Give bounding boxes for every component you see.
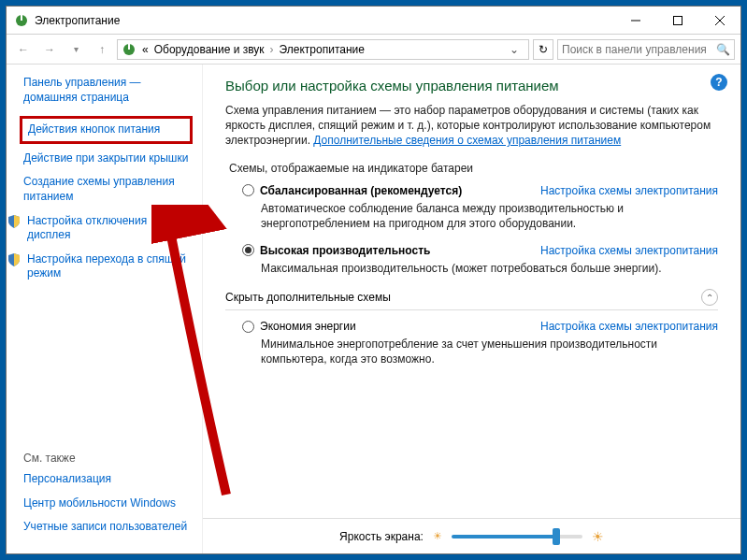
- plan-high-performance: Высокая производительность Настройка схе…: [242, 244, 718, 276]
- slider-thumb[interactable]: [553, 528, 560, 545]
- svg-rect-3: [673, 16, 682, 24]
- svg-rect-1: [21, 15, 22, 21]
- navigation-bar: ← → ▾ ↑ « Оборудование и звук › Электроп…: [7, 35, 740, 65]
- sidebar-display-off-link[interactable]: Настройка отключения дисплея: [7, 214, 193, 243]
- power-options-icon: [122, 42, 136, 57]
- see-also-user-accounts[interactable]: Учетные записи пользователей: [23, 520, 193, 535]
- plan-balanced-settings-link[interactable]: Настройка схемы электропитания: [540, 184, 718, 197]
- sidebar-item-label: Настройка перехода в спящий режим: [27, 252, 193, 281]
- breadcrumb-prefix[interactable]: «: [142, 43, 149, 56]
- sidebar-create-plan-link[interactable]: Создание схемы управления питанием: [23, 175, 193, 204]
- hide-additional-plans-row: Скрыть дополнительные схемы ⌃: [225, 289, 718, 310]
- see-also-heading: См. также: [23, 452, 193, 465]
- plan-power-saver-settings-link[interactable]: Настройка схемы электропитания: [540, 320, 718, 333]
- brightness-slider[interactable]: [452, 535, 582, 538]
- page-description: Схема управления питанием — это набор па…: [225, 103, 718, 149]
- plan-balanced: Сбалансированная (рекомендуется) Настрой…: [242, 184, 718, 231]
- sun-dim-icon: ☀: [433, 530, 442, 542]
- breadcrumb-hardware[interactable]: Оборудование и звук: [154, 43, 265, 56]
- nav-back-button[interactable]: ←: [12, 38, 35, 61]
- shield-icon: [7, 252, 22, 267]
- svg-rect-7: [128, 44, 130, 50]
- hide-additional-plans-label: Скрыть дополнительные схемы: [225, 291, 391, 304]
- sidebar: Панель управления — домашняя страница Де…: [7, 65, 203, 553]
- main-panel: ? Выбор или настройка схемы управления п…: [203, 65, 740, 553]
- plan-balanced-desc: Автоматическое соблюдение баланса между …: [261, 201, 718, 231]
- brightness-bar: Яркость экрана: ☀ ☀: [203, 518, 740, 553]
- nav-up-button[interactable]: ↑: [91, 38, 113, 61]
- refresh-button[interactable]: ↻: [533, 39, 553, 60]
- close-button[interactable]: [698, 7, 740, 34]
- plan-balanced-name: Сбалансированная (рекомендуется): [260, 184, 462, 197]
- see-also-mobility-center[interactable]: Центр мобильности Windows: [23, 496, 193, 511]
- plan-power-saver-desc: Минимальное энергопотребление за счет ум…: [261, 337, 718, 366]
- sidebar-item-label: Настройка отключения дисплея: [27, 214, 193, 243]
- shield-icon: [7, 214, 22, 229]
- see-also-personalization[interactable]: Персонализация: [23, 472, 193, 487]
- chevron-right-icon: ›: [270, 43, 274, 56]
- breadcrumb-power[interactable]: Электропитание: [280, 43, 365, 56]
- window-title: Электропитание: [35, 14, 614, 27]
- sidebar-power-buttons-link[interactable]: Действия кнопок питания: [20, 116, 193, 144]
- search-input[interactable]: [562, 43, 716, 56]
- plan-power-saver-radio[interactable]: [242, 321, 254, 333]
- nav-recent-button[interactable]: ▾: [65, 38, 87, 61]
- breadcrumb[interactable]: « Оборудование и звук › Электропитание ⌄: [117, 39, 529, 60]
- help-icon[interactable]: ?: [711, 74, 727, 91]
- minimize-button[interactable]: [614, 7, 656, 34]
- sun-bright-icon: ☀: [592, 529, 604, 544]
- maximize-button[interactable]: [656, 7, 698, 34]
- plan-high-performance-name: Высокая производительность: [260, 244, 430, 257]
- page-title: Выбор или настройка схемы управления пит…: [225, 78, 718, 93]
- nav-forward-button[interactable]: →: [38, 38, 61, 61]
- learn-more-link[interactable]: Дополнительные сведения о схемах управле…: [313, 134, 621, 147]
- brightness-label: Яркость экрана:: [339, 530, 424, 543]
- titlebar: Электропитание: [7, 7, 740, 35]
- control-panel-window: Электропитание ← → ▾ ↑ « Оборудование и …: [6, 6, 741, 554]
- search-box[interactable]: 🔍: [557, 39, 735, 60]
- plan-power-saver-name: Экономия энергии: [260, 320, 356, 333]
- plan-power-saver: Экономия энергии Настройка схемы электро…: [242, 320, 718, 366]
- collapse-button[interactable]: ⌃: [701, 289, 718, 306]
- plan-high-performance-radio[interactable]: [242, 244, 254, 256]
- plan-high-performance-desc: Максимальная производительность (может п…: [261, 261, 718, 276]
- sidebar-lid-close-link[interactable]: Действие при закрытии крышки: [23, 151, 193, 166]
- plan-high-performance-settings-link[interactable]: Настройка схемы электропитания: [540, 244, 718, 257]
- sidebar-home-link[interactable]: Панель управления — домашняя страница: [23, 76, 193, 105]
- search-icon[interactable]: 🔍: [716, 43, 730, 56]
- plan-balanced-radio[interactable]: [242, 184, 254, 196]
- sidebar-sleep-link[interactable]: Настройка перехода в спящий режим: [7, 252, 193, 281]
- battery-plans-heading: Схемы, отображаемые на индикаторе батаре…: [229, 162, 718, 175]
- breadcrumb-dropdown[interactable]: ⌄: [504, 43, 524, 56]
- power-options-icon: [14, 13, 29, 28]
